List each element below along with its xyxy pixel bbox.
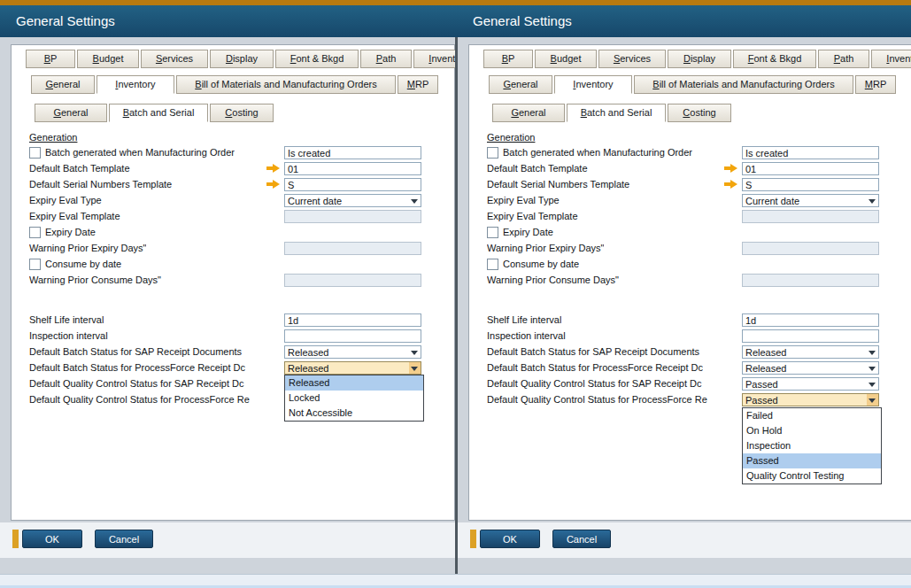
settings-card: BP Budget Services Display Font & Bkgd P…	[468, 44, 911, 521]
link-arrow-icon[interactable]	[266, 164, 280, 173]
accent-bar	[470, 530, 476, 548]
label-shelf-life-interval: Shelf Life interval	[29, 314, 104, 326]
label-batch-generated: Batch generated when Manufacturing Order	[503, 147, 692, 159]
label-inspection-interval: Inspection interval	[487, 330, 566, 342]
tab-path[interactable]: Path	[360, 50, 412, 68]
field-shelf-life-interval[interactable]: 1d	[742, 313, 879, 327]
ok-button[interactable]: OK	[22, 530, 82, 548]
label-default-batch-template: Default Batch Template	[487, 163, 588, 174]
label-inspection-interval: Inspection interval	[29, 330, 108, 342]
tab-bom-orders[interactable]: Bill of Materials and Manufacturing Orde…	[176, 75, 396, 94]
cancel-button[interactable]: Cancel	[552, 530, 611, 548]
tab-batch-and-serial[interactable]: Batch and Serial	[109, 104, 208, 122]
tab-general-mid[interactable]: General	[31, 75, 95, 94]
dropdown-list-qc-status: Failed On Hold Inspection Passed Quality…	[742, 407, 882, 484]
option-failed[interactable]: Failed	[743, 408, 881, 423]
page-title: General Settings	[473, 13, 572, 28]
option-inspection[interactable]: Inspection	[743, 438, 881, 453]
mid-tab-bar: General Inventory Bill of Materials and …	[489, 75, 898, 94]
option-qc-testing[interactable]: Quality Control Testing	[743, 468, 881, 484]
tab-budget[interactable]: Budget	[77, 50, 139, 68]
label-warning-prior-expiry-days: Warning Prior Expiry Days"	[29, 243, 146, 254]
label-default-qc-status-sap: Default Quality Control Status for SAP R…	[487, 378, 702, 390]
field-warning-prior-consume-days	[742, 274, 879, 287]
dropdown-default-batch-status-processforce[interactable]: Released	[284, 361, 421, 375]
tab-font-bkgd[interactable]: Font & Bkgd	[275, 50, 359, 68]
field-warning-prior-expiry-days	[742, 242, 879, 255]
tab-bp[interactable]: BP	[483, 50, 533, 68]
option-passed[interactable]: Passed	[743, 453, 881, 468]
field-shelf-life-interval[interactable]: 1d	[284, 313, 421, 327]
option-on-hold[interactable]: On Hold	[743, 423, 881, 438]
field-default-batch-template[interactable]: 01	[284, 162, 421, 175]
label-default-batch-status-sap: Default Batch Status for SAP Receipt Doc…	[29, 346, 242, 358]
generation-section-label: Generation	[487, 132, 535, 143]
checkbox-consume-by-date[interactable]	[29, 259, 41, 270]
dropdown-default-qc-status-processforce[interactable]: Passed	[742, 393, 879, 406]
tab-display[interactable]: Display	[210, 50, 274, 68]
option-not-accessible[interactable]: Not Accessible	[285, 406, 423, 421]
field-inspection-interval[interactable]	[742, 329, 879, 343]
tab-inventory-top[interactable]: Inventory	[871, 50, 911, 68]
link-arrow-icon[interactable]	[724, 164, 737, 173]
tab-services[interactable]: Services	[141, 50, 208, 68]
label-expiry-eval-type: Expiry Eval Type	[29, 195, 102, 206]
dropdown-default-batch-status-processforce[interactable]: Released	[742, 361, 879, 375]
label-batch-generated: Batch generated when Manufacturing Order	[45, 147, 235, 159]
label-default-qc-status-processforce: Default Quality Control Status for Proce…	[29, 394, 250, 406]
tab-costing[interactable]: Costing	[668, 104, 731, 122]
dropdown-arrow-icon	[869, 398, 876, 403]
tab-batch-and-serial[interactable]: Batch and Serial	[567, 104, 666, 122]
ok-button[interactable]: OK	[480, 530, 540, 548]
dropdown-expiry-eval-type[interactable]: Current date	[284, 194, 421, 207]
tab-inventory[interactable]: Inventory	[554, 75, 632, 94]
tab-general-sub[interactable]: General	[492, 104, 565, 122]
dropdown-arrow-icon	[411, 351, 418, 355]
tab-bom-orders[interactable]: Bill of Materials and Manufacturing Orde…	[634, 75, 853, 94]
label-consume-by-date: Consume by date	[45, 259, 121, 270]
field-default-serial-numbers-template[interactable]: S	[742, 178, 879, 191]
field-manufacturing-order-event[interactable]: Is created	[742, 146, 879, 159]
field-manufacturing-order-event[interactable]: Is created	[284, 146, 421, 159]
link-arrow-icon[interactable]	[724, 180, 737, 189]
field-inspection-interval[interactable]	[284, 329, 421, 343]
tab-display[interactable]: Display	[668, 50, 731, 68]
checkbox-expiry-date[interactable]	[29, 227, 41, 238]
tab-bp[interactable]: BP	[26, 50, 75, 68]
tab-costing[interactable]: Costing	[210, 104, 274, 122]
dropdown-arrow-icon	[869, 367, 876, 371]
dropdown-arrow-icon	[869, 351, 876, 355]
tab-path[interactable]: Path	[818, 50, 869, 68]
dropdown-list-batch-status: Released Locked Not Accessible	[284, 375, 424, 422]
tab-inventory[interactable]: Inventory	[97, 75, 174, 94]
tab-general-mid[interactable]: General	[489, 75, 552, 94]
field-default-serial-numbers-template[interactable]: S	[284, 178, 421, 191]
option-released[interactable]: Released	[285, 375, 423, 391]
tab-mrp[interactable]: MRP	[855, 75, 896, 94]
tab-services[interactable]: Services	[598, 50, 666, 68]
dropdown-default-qc-status-sap[interactable]: Passed	[742, 377, 879, 391]
dropdown-arrow-icon	[869, 199, 876, 204]
tab-general-sub[interactable]: General	[35, 104, 107, 122]
label-expiry-eval-template: Expiry Eval Template	[29, 211, 120, 222]
checkbox-consume-by-date[interactable]	[487, 259, 498, 270]
checkbox-batch-generated[interactable]	[29, 147, 41, 159]
dropdown-default-batch-status-sap[interactable]: Released	[742, 345, 879, 359]
link-arrow-icon[interactable]	[266, 180, 280, 189]
dropdown-default-batch-status-sap[interactable]: Released	[284, 345, 421, 359]
option-locked[interactable]: Locked	[285, 391, 423, 406]
tab-budget[interactable]: Budget	[535, 50, 597, 68]
label-expiry-date: Expiry Date	[503, 227, 553, 238]
tab-font-bkgd[interactable]: Font & Bkgd	[733, 50, 816, 68]
field-default-batch-template[interactable]: 01	[742, 162, 879, 175]
label-shelf-life-interval: Shelf Life interval	[487, 314, 561, 326]
generation-section-label: Generation	[29, 132, 77, 143]
panel-divider	[455, 37, 458, 588]
checkbox-batch-generated[interactable]	[487, 147, 498, 159]
dropdown-expiry-eval-type[interactable]: Current date	[742, 194, 879, 207]
cancel-button[interactable]: Cancel	[95, 530, 153, 548]
tab-mrp[interactable]: MRP	[398, 75, 438, 94]
label-warning-prior-consume-days: Warning Prior Consume Days"	[487, 275, 619, 286]
tab-inventory-top[interactable]: Inventory	[413, 50, 455, 68]
checkbox-expiry-date[interactable]	[487, 227, 498, 238]
